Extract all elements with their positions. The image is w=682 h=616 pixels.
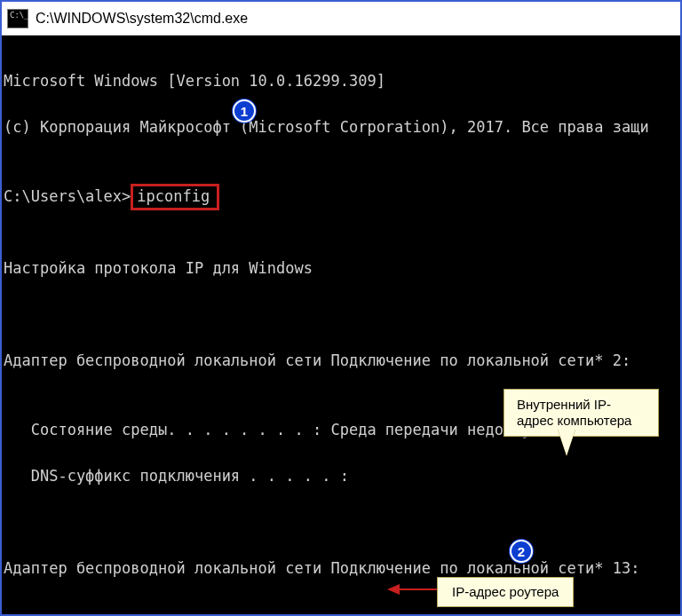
cmd-icon: [7, 9, 28, 28]
callout-inner-ip: Внутренний IP-адрес компьютера: [504, 389, 659, 437]
line-dns1: DNS-суффикс подключения . . . . . :: [4, 464, 678, 487]
prompt-prefix: C:\Users\alex>: [4, 187, 131, 205]
window-title: C:\WINDOWS\system32\cmd.exe: [36, 11, 248, 27]
line-prompt: C:\Users\alex>ipconfig: [4, 185, 678, 210]
callout-router-ip: IP-адрес роутера: [437, 577, 574, 607]
line-cfgtitle: Настройка протокола IP для Windows: [4, 257, 678, 280]
annotation-badge-1: 1: [233, 99, 256, 122]
callout-inner-ip-text: Внутренний IP-адрес компьютера: [517, 397, 631, 428]
annotation-badge-2: 2: [510, 540, 533, 563]
callout-router-ip-text: IP-адрес роутера: [452, 584, 559, 599]
terminal-output[interactable]: Microsoft Windows [Version 10.0.16299.30…: [2, 36, 680, 616]
line-adapter13: Адаптер беспроводной локальной сети Подк…: [4, 557, 678, 580]
callout-tail-icon: [558, 429, 575, 455]
command-highlight: ipconfig: [131, 184, 219, 210]
line-version: Microsoft Windows [Version 10.0.16299.30…: [4, 69, 678, 92]
line-copyright: (c) Корпорация Майкрософт (Microsoft Cor…: [4, 115, 678, 138]
window-titlebar: C:\WINDOWS\system32\cmd.exe: [2, 2, 680, 36]
command-text: ipconfig: [137, 187, 210, 205]
arrow-router: [387, 588, 437, 590]
arrow-line: [398, 588, 437, 590]
line-adapter2: Адаптер беспроводной локальной сети Подк…: [4, 349, 678, 372]
arrow-left-icon: [387, 584, 400, 595]
